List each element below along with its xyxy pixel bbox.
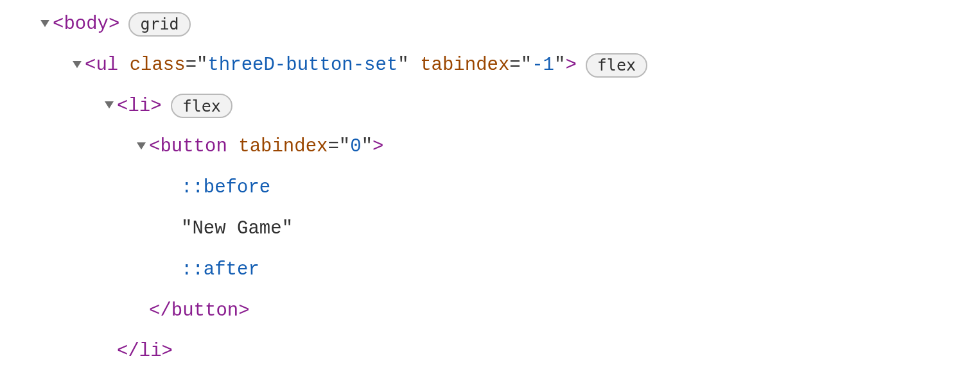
code-segment-str: threeD-button-set xyxy=(207,45,398,86)
code-segment-eq: " xyxy=(362,126,372,167)
code-segment-eq: =" xyxy=(328,126,350,167)
dom-tree-row[interactable]: <ul class="threeD-button-set" tabindex="… xyxy=(39,45,980,86)
code-segment-str: -1 xyxy=(532,45,554,86)
code-segment-attr: class xyxy=(130,45,186,86)
code-segment-eq: =" xyxy=(509,45,532,86)
dom-tree-row[interactable]: ::before xyxy=(39,167,980,208)
expand-arrow-icon[interactable] xyxy=(71,61,83,70)
code-segment-tag: <ul xyxy=(85,45,130,86)
code-segment-text: "New Game" xyxy=(181,208,293,249)
code-segment-tag: <li> xyxy=(117,86,162,127)
code-segment-tag: </button> xyxy=(149,291,250,332)
dom-tree-row[interactable]: </button> xyxy=(39,291,980,332)
code-segment-tag: </li> xyxy=(117,331,173,372)
layout-badge[interactable]: flex xyxy=(586,53,647,78)
code-segment-pseudo: ::before xyxy=(181,167,270,208)
code-segment-tag: > xyxy=(565,45,576,86)
layout-badge[interactable]: grid xyxy=(128,12,190,37)
code-segment-pseudo: ::after xyxy=(181,249,259,291)
expand-arrow-icon[interactable] xyxy=(103,101,116,110)
dom-tree-row[interactable]: <button tabindex="0"> xyxy=(39,126,980,167)
dom-tree-row[interactable]: "New Game" xyxy=(39,208,980,249)
dom-tree-row[interactable]: <body>grid xyxy=(39,4,980,45)
code-segment-eq: =" xyxy=(186,45,208,86)
layout-badge[interactable]: flex xyxy=(171,94,232,118)
dom-tree-row[interactable]: <li>flex xyxy=(39,86,980,127)
code-segment-tag: <button xyxy=(149,126,238,167)
code-segment-eq: " xyxy=(398,45,420,86)
code-segment-tag: > xyxy=(372,126,383,167)
code-segment-tag: <body> xyxy=(53,4,119,45)
dom-tree-view[interactable]: <body>grid<ul class="threeD-button-set" … xyxy=(39,4,980,372)
code-segment-str: 0 xyxy=(350,126,361,167)
code-segment-eq: " xyxy=(554,45,565,86)
dom-tree-row[interactable]: ::after xyxy=(39,249,980,291)
expand-arrow-icon[interactable] xyxy=(135,142,148,151)
code-segment-attr: tabindex xyxy=(238,126,328,167)
code-segment-attr: tabindex xyxy=(420,45,509,86)
expand-arrow-icon[interactable] xyxy=(39,20,51,29)
dom-tree-row[interactable]: </li> xyxy=(39,331,980,372)
